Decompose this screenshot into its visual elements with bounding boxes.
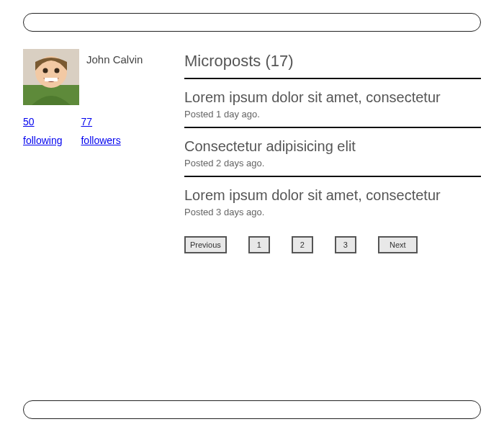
pagination: Previous 1 2 3 Next	[184, 236, 481, 253]
avatar	[23, 49, 79, 105]
micropost-meta: Posted 1 day ago.	[184, 109, 481, 120]
micropost: Consectetur adipisicing elit Posted 2 da…	[184, 138, 481, 168]
content: Microposts (17) Lorem ipsum dolor sit am…	[184, 49, 481, 253]
user-name: John Calvin	[86, 49, 143, 66]
top-bar	[23, 13, 481, 32]
svg-point-4	[55, 68, 60, 73]
pagination-prev-button[interactable]: Previous	[184, 236, 227, 253]
pagination-page-button[interactable]: 3	[335, 236, 356, 253]
feed-title: Microposts (17)	[184, 52, 481, 71]
followers-label-link[interactable]: followers	[81, 135, 120, 146]
micropost-text: Consectetur adipisicing elit	[184, 138, 481, 155]
followers-stat: 77 followers	[81, 115, 120, 147]
micropost: Lorem ipsum dolor sit amet, consectetur …	[184, 187, 481, 217]
svg-point-3	[43, 68, 48, 73]
following-count-link[interactable]: 50	[23, 116, 35, 127]
pagination-page-button[interactable]: 2	[292, 236, 313, 253]
main-row: John Calvin 50 following 77 followers Mi…	[23, 49, 481, 253]
following-label-link[interactable]: following	[23, 135, 62, 146]
sidebar: John Calvin 50 following 77 followers	[23, 49, 167, 253]
profile-row: John Calvin	[23, 49, 167, 105]
divider	[184, 127, 481, 128]
divider	[184, 176, 481, 177]
pagination-page-button[interactable]: 1	[248, 236, 270, 253]
footer-wrap	[23, 400, 481, 419]
profile-stats: 50 following 77 followers	[23, 115, 167, 147]
micropost-text: Lorem ipsum dolor sit amet, consectetur	[184, 187, 481, 204]
svg-rect-5	[45, 78, 58, 81]
bottom-bar	[23, 400, 481, 419]
micropost-meta: Posted 2 days ago.	[184, 158, 481, 168]
following-stat: 50 following	[23, 115, 62, 147]
divider	[184, 78, 481, 79]
followers-count-link[interactable]: 77	[81, 116, 92, 127]
micropost: Lorem ipsum dolor sit amet, consectetur …	[184, 89, 481, 120]
micropost-meta: Posted 3 days ago.	[184, 207, 481, 217]
micropost-text: Lorem ipsum dolor sit amet, consectetur	[184, 89, 481, 106]
pagination-next-button[interactable]: Next	[378, 236, 418, 253]
